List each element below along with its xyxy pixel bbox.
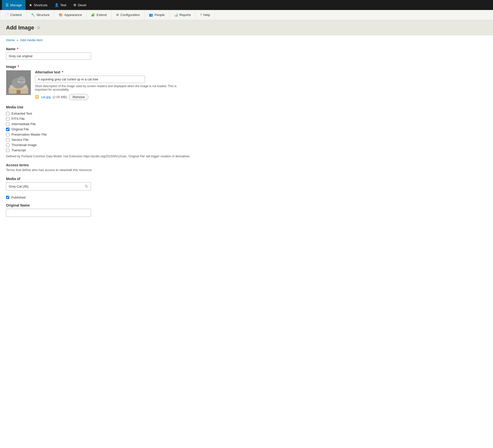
- nav-extend[interactable]: 🧩 Extend: [86, 10, 111, 20]
- checkbox-intermediate-file[interactable]: Intermediate File: [6, 122, 219, 126]
- nav-content-label: Content: [10, 13, 22, 17]
- media-of-group: Media of Grey Cat (40) ↻: [6, 177, 219, 191]
- media-of-spinner-icon: ↻: [85, 184, 88, 189]
- favorite-star-icon[interactable]: ☆: [36, 25, 40, 30]
- nav-reports[interactable]: 📊 Reports: [170, 10, 196, 20]
- configuration-icon: ⚙: [116, 13, 119, 17]
- checkbox-transcript-input[interactable]: [6, 149, 10, 152]
- nav-configuration-label: Configuration: [120, 13, 140, 17]
- image-required: *: [18, 65, 19, 69]
- nav-structure-label: Structure: [36, 13, 50, 17]
- svg-point-6: [20, 80, 21, 81]
- alt-text-label: Alternative text *: [35, 70, 219, 74]
- media-use-checkboxes: Extracted Text FITS File Intermediate Fi…: [6, 112, 219, 152]
- file-icon: 🖼: [35, 95, 39, 99]
- nav-help-label: Help: [203, 13, 210, 17]
- media-use-group: Media Use Extracted Text FITS File Inter…: [6, 105, 219, 158]
- file-info: 🖼 cat.jpg (2.05 MB) Remove: [35, 94, 219, 100]
- nav-people-label: People: [154, 13, 164, 17]
- breadcrumb-home[interactable]: Home: [6, 38, 15, 42]
- alt-text-required: *: [62, 70, 63, 74]
- nav-people[interactable]: 👥 People: [144, 10, 169, 20]
- image-metadata: Alternative text * Short description of …: [35, 70, 219, 100]
- admin-bar-test[interactable]: 👤 Test: [51, 0, 70, 10]
- checkbox-fits-file[interactable]: FITS File: [6, 117, 219, 121]
- checkbox-original-file-label: Original File: [12, 127, 29, 131]
- original-name-group: Original Name: [6, 203, 219, 217]
- image-field-group: Image *: [6, 65, 219, 100]
- checkbox-fits-file-label: FITS File: [12, 117, 25, 121]
- checkbox-original-file[interactable]: Original File: [6, 127, 219, 131]
- checkbox-intermediate-file-input[interactable]: [6, 122, 10, 126]
- alt-text-help: Short description of the image used by s…: [35, 84, 185, 91]
- checkbox-transcript[interactable]: Transcript: [6, 148, 219, 152]
- name-input[interactable]: [6, 52, 91, 60]
- page-title: Add Image ☆: [6, 24, 487, 31]
- people-icon: 👥: [149, 13, 153, 17]
- admin-bar-shortcuts[interactable]: ★ Shortcuts: [26, 0, 51, 10]
- page-header: Add Image ☆: [0, 20, 493, 35]
- checkbox-intermediate-file-label: Intermediate File: [12, 122, 36, 126]
- breadcrumb: Home » Add media item: [0, 35, 493, 42]
- user-icon: 👤: [54, 3, 59, 7]
- checkbox-extracted-text-input[interactable]: [6, 112, 10, 115]
- checkbox-thumbnail-image[interactable]: Thumbnail Image: [6, 143, 219, 147]
- published-checkbox[interactable]: [6, 196, 9, 199]
- alt-text-input[interactable]: [35, 76, 145, 83]
- media-of-label: Media of: [6, 177, 219, 181]
- star-icon: ★: [29, 3, 32, 7]
- checkbox-extracted-text[interactable]: Extracted Text: [6, 112, 219, 115]
- file-link[interactable]: cat.jpg: [41, 95, 50, 99]
- gear-icon: ⚙: [73, 3, 76, 7]
- name-field-group: Name *: [6, 47, 219, 60]
- checkbox-original-file-input[interactable]: [6, 128, 10, 131]
- nav-appearance[interactable]: 🎨 Appearance: [54, 10, 86, 20]
- menu-icon: ☰: [6, 3, 9, 7]
- checkbox-service-file-input[interactable]: [6, 138, 10, 142]
- help-icon: ?: [200, 13, 202, 17]
- admin-bar-manage-label: Manage: [10, 3, 22, 7]
- checkbox-service-file-label: Service File: [12, 138, 28, 142]
- reports-icon: 📊: [174, 13, 178, 17]
- checkbox-transcript-label: Transcript: [12, 148, 26, 152]
- access-terms-title: Access terms: [6, 163, 219, 167]
- checkbox-thumbnail-image-input[interactable]: [6, 143, 10, 147]
- nav-content[interactable]: 📄 Content: [0, 10, 26, 20]
- svg-point-3: [18, 76, 25, 84]
- svg-point-7: [22, 80, 23, 81]
- admin-bar-test-label: Test: [60, 3, 66, 7]
- content-icon: 📄: [5, 13, 9, 17]
- checkbox-preservation-master-input[interactable]: [6, 133, 10, 136]
- nav-structure[interactable]: 🔧 Structure: [26, 10, 54, 20]
- checkbox-preservation-master[interactable]: Preservation Master File: [6, 133, 219, 136]
- image-section: Alternative text * Short description of …: [6, 70, 219, 100]
- nav-appearance-label: Appearance: [64, 13, 82, 17]
- checkbox-preservation-master-label: Preservation Master File: [12, 133, 47, 136]
- published-label[interactable]: Published: [11, 196, 26, 199]
- checkbox-service-file[interactable]: Service File: [6, 138, 219, 142]
- extend-icon: 🧩: [91, 13, 95, 17]
- admin-bar-manage[interactable]: ☰ Manage: [2, 0, 26, 10]
- checkbox-extracted-text-label: Extracted Text: [12, 112, 32, 115]
- media-of-select[interactable]: Grey Cat (40) ↻: [6, 182, 91, 191]
- remove-button[interactable]: Remove: [69, 94, 88, 100]
- name-label: Name *: [6, 47, 219, 51]
- admin-bar-devel[interactable]: ⚙ Devel: [70, 0, 90, 10]
- admin-bar-shortcuts-label: Shortcuts: [34, 3, 48, 7]
- media-use-title: Media Use: [6, 105, 219, 109]
- admin-bar: ☰ Manage ★ Shortcuts 👤 Test ⚙ Devel: [0, 0, 493, 10]
- checkbox-fits-file-input[interactable]: [6, 117, 10, 121]
- svg-rect-13: [16, 90, 20, 94]
- main-nav: 📄 Content 🔧 Structure 🎨 Appearance 🧩 Ext…: [0, 10, 493, 20]
- published-row: Published: [6, 196, 219, 199]
- nav-configuration[interactable]: ⚙ Configuration: [112, 10, 144, 20]
- image-preview: [6, 70, 31, 95]
- nav-help[interactable]: ? Help: [196, 10, 215, 20]
- original-name-input[interactable]: [6, 209, 91, 217]
- file-size: (2.05 MB): [52, 95, 67, 99]
- nav-extend-label: Extend: [96, 13, 106, 17]
- name-required: *: [17, 47, 18, 51]
- nav-reports-label: Reports: [180, 13, 191, 17]
- breadcrumb-current[interactable]: Add media item: [20, 38, 42, 42]
- breadcrumb-separator: »: [16, 38, 18, 42]
